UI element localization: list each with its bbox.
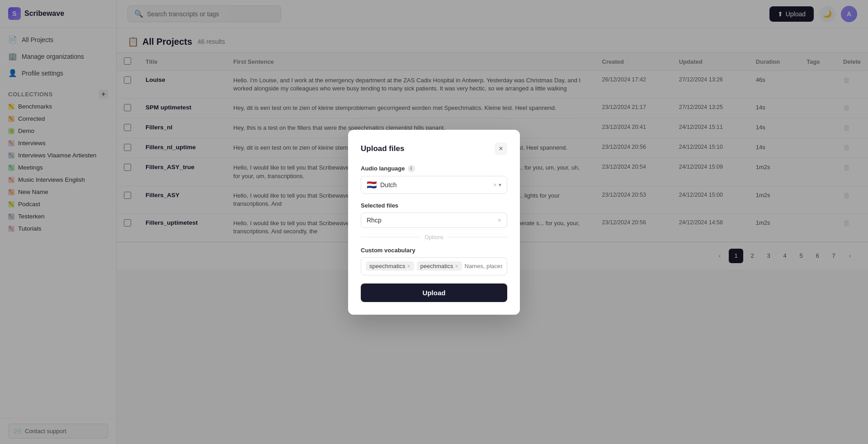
file-input-box[interactable]: Rhcp × (361, 213, 507, 228)
vocab-tag-label: peechmatics (420, 263, 453, 269)
vocab-tag-remove-peechmatics[interactable]: × (455, 263, 458, 269)
options-divider: Options (361, 234, 507, 241)
vocab-tag-peechmatics: peechmatics × (417, 261, 462, 271)
vocab-input[interactable] (465, 263, 503, 269)
custom-vocabulary-label: Custom vocabulary (361, 247, 507, 254)
language-name: Dutch (380, 181, 490, 189)
divider-line-right (447, 237, 507, 237)
modal-header: Upload files × (361, 142, 507, 155)
vocab-tag-label: speechmatics (369, 263, 405, 269)
language-select[interactable]: 🇳🇱 Dutch × ▾ (361, 176, 507, 194)
clear-icon: × (493, 181, 497, 189)
modal-title: Upload files (361, 144, 404, 153)
audio-language-info-icon[interactable]: i (408, 165, 415, 172)
upload-modal: Upload files × Audio language i 🇳🇱 Dutch… (348, 130, 520, 315)
vocab-tags-container[interactable]: speechmatics × peechmatics × (361, 257, 507, 275)
upload-submit-button[interactable]: Upload (361, 283, 507, 302)
divider-line-left (361, 237, 421, 237)
modal-overlay[interactable]: Upload files × Audio language i 🇳🇱 Dutch… (0, 0, 868, 444)
language-clear-button[interactable]: × ▾ (493, 181, 501, 189)
vocab-tag-remove-speechmatics[interactable]: × (407, 263, 410, 269)
modal-close-button[interactable]: × (495, 142, 507, 155)
selected-files-label: Selected files (361, 202, 507, 209)
chevron-down-icon: ▾ (499, 182, 501, 188)
file-name: Rhcp (367, 217, 494, 224)
vocab-tag-speechmatics: speechmatics × (366, 261, 414, 271)
audio-language-label: Audio language i (361, 165, 507, 172)
file-clear-button[interactable]: × (498, 217, 501, 224)
language-flag: 🇳🇱 (367, 180, 377, 190)
